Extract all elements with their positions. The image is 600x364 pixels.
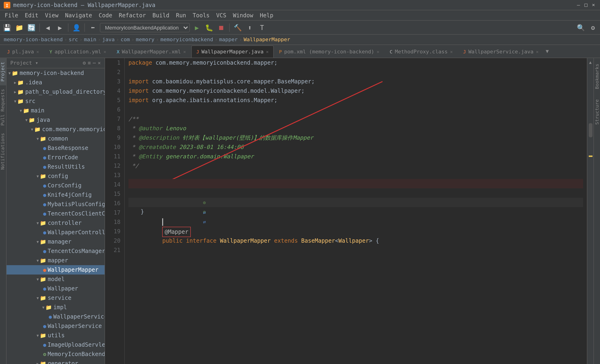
- tree-image-upload[interactable]: ● ImageUploadServlet: [7, 340, 104, 349]
- tree-mapper-folder[interactable]: ▼ 📁 mapper: [7, 256, 104, 265]
- tab-wallpaper-mapper-xml[interactable]: X WallpaperMapper.xml ×: [112, 46, 191, 58]
- maximize-button[interactable]: □: [583, 2, 589, 8]
- tree-model[interactable]: ▼ 📁 model: [7, 274, 104, 284]
- tree-baseresponse[interactable]: ● BaseResponse: [7, 143, 104, 153]
- scrollbar-thumb[interactable]: [589, 123, 592, 137]
- toolbar-back[interactable]: ◀: [43, 22, 53, 33]
- panel-notifications[interactable]: Notifications: [0, 129, 6, 174]
- menu-edit[interactable]: Edit: [22, 11, 41, 19]
- tree-wallpaper-model[interactable]: ● Wallpaper: [7, 284, 104, 293]
- menu-window[interactable]: Window: [230, 11, 256, 19]
- sidebar-icon-close[interactable]: ×: [98, 60, 101, 66]
- gutter-action-icon[interactable]: ⊙: [203, 200, 206, 205]
- menu-view[interactable]: View: [42, 11, 61, 19]
- panel-structure[interactable]: Structure: [593, 96, 600, 128]
- tree-java[interactable]: ▼ 📁 java: [7, 115, 104, 125]
- tree-main[interactable]: ▼ 📁 main: [7, 106, 104, 115]
- menu-vcs[interactable]: VCS: [213, 11, 229, 19]
- panel-bookmarks[interactable]: Bookmarks: [593, 60, 600, 93]
- tab-xml-close[interactable]: ×: [183, 49, 186, 54]
- tree-service[interactable]: ▼ 📁 service: [7, 293, 104, 303]
- toolbar-search[interactable]: 🔍: [576, 22, 586, 33]
- tree-tencent-manager[interactable]: ● TencentCosManager: [7, 246, 104, 256]
- tree-src[interactable]: ▼ 📁 src: [7, 97, 104, 106]
- menu-file[interactable]: File: [2, 11, 21, 19]
- tab-pljava-close[interactable]: ×: [36, 49, 39, 54]
- tree-manager[interactable]: ▼ 📁 manager: [7, 237, 104, 246]
- tree-com-package[interactable]: ▼ 📁 com.memory.memoryiconbackend: [7, 125, 104, 134]
- breadcrumb-part6[interactable]: memory: [136, 36, 154, 43]
- tree-impl[interactable]: ▼ 📁 impl: [7, 303, 104, 312]
- tree-mybatisplus[interactable]: ● MybatisPlusConfig: [7, 200, 104, 209]
- sidebar-icon-settings[interactable]: ⚙: [83, 60, 86, 66]
- menu-navigate[interactable]: Navigate: [62, 11, 95, 19]
- toolbar-nav1[interactable]: ⬅: [88, 22, 98, 33]
- breadcrumb-part4[interactable]: java: [102, 36, 115, 43]
- tree-app-main[interactable]: ⚙ MemoryIconBackendApplication: [7, 349, 104, 359]
- vertical-scrollbar[interactable]: ▲ ▲ 3 ▼: [587, 58, 593, 364]
- scroll-up-arrow[interactable]: ▲: [589, 60, 592, 65]
- tab-proxy-close[interactable]: ×: [450, 49, 453, 54]
- tree-config[interactable]: ▼ 📁 config: [7, 172, 104, 181]
- menu-help[interactable]: Help: [257, 11, 276, 19]
- breadcrumb-part8[interactable]: mapper: [219, 36, 238, 43]
- menu-code[interactable]: Code: [96, 11, 115, 19]
- toolbar-debug[interactable]: 🐛: [204, 22, 214, 33]
- gutter-action-icon2[interactable]: ⇄: [203, 210, 206, 215]
- tab-service-close[interactable]: ×: [536, 49, 539, 54]
- close-button[interactable]: ×: [591, 2, 596, 8]
- sidebar-icon-collapse[interactable]: ≡: [88, 60, 91, 66]
- sidebar-icon-gear[interactable]: ⋯: [93, 60, 96, 66]
- toolbar-gear[interactable]: ⚙: [588, 22, 598, 33]
- tree-wallpaper-mapper[interactable]: ● WallpaperMapper: [7, 265, 104, 274]
- toolbar-translate[interactable]: T: [257, 22, 267, 33]
- menu-tools[interactable]: Tools: [190, 11, 212, 19]
- tab-yml-close[interactable]: ×: [103, 49, 106, 54]
- breadcrumb-part9[interactable]: WallpaperMapper: [244, 36, 290, 43]
- toolbar-refresh[interactable]: 🔄: [26, 22, 37, 33]
- toolbar-build[interactable]: 🔨: [233, 22, 243, 33]
- toolbar-user[interactable]: 👤: [71, 22, 82, 33]
- tree-utils[interactable]: ▼ 📁 utils: [7, 331, 104, 340]
- toolbar-save[interactable]: 💾: [2, 22, 12, 33]
- menu-run[interactable]: Run: [173, 11, 189, 19]
- tab-application-yml[interactable]: Y application.yml ×: [44, 46, 112, 58]
- minimize-button[interactable]: —: [576, 2, 581, 8]
- tree-path-upload[interactable]: ▶ 📁 path_to_upload_directory: [7, 87, 104, 97]
- tree-generator[interactable]: ▶ 📁 generator: [7, 359, 104, 364]
- tab-wallpaper-service[interactable]: J WallpaperService.java ×: [458, 46, 544, 58]
- tree-idea[interactable]: ▶ 📁 .idea: [7, 78, 104, 87]
- tab-wallpaper-mapper-java[interactable]: J WallpaperMapper.java ×: [191, 46, 274, 58]
- toolbar-run[interactable]: ▶: [192, 22, 202, 33]
- breadcrumb-part2[interactable]: src: [69, 36, 78, 43]
- toolbar-save2[interactable]: 📁: [14, 22, 24, 33]
- toolbar-forward[interactable]: ▶: [55, 22, 65, 33]
- menu-build[interactable]: Build: [150, 11, 172, 19]
- panel-pull-requests[interactable]: Pull Requests: [0, 85, 6, 129]
- tab-active-close[interactable]: ×: [266, 49, 269, 54]
- window-controls[interactable]: — □ ×: [576, 2, 596, 8]
- tree-wallpaper-controller[interactable]: ● WallpaperController: [7, 228, 104, 237]
- breadcrumb-part7[interactable]: memoryiconbackend: [160, 36, 213, 43]
- breadcrumb-part1[interactable]: memory-icon-backend: [4, 36, 63, 43]
- toolbar-stop[interactable]: ⏹: [216, 22, 226, 33]
- tree-corsconfig[interactable]: ● CorsConfig: [7, 181, 104, 190]
- menu-refactor[interactable]: Refactor: [116, 11, 149, 19]
- tab-pljava[interactable]: J pl.java ×: [2, 46, 44, 58]
- tree-controller[interactable]: ▼ 📁 controller: [7, 218, 104, 228]
- tree-memory-icon-backend[interactable]: ▼ 📁 memory-icon-backend: [7, 68, 104, 78]
- tree-wallpaper-service-impl[interactable]: ● WallpaperServiceImpl: [7, 312, 104, 321]
- tree-errorcode[interactable]: ● ErrorCode: [7, 153, 104, 162]
- breadcrumb-part3[interactable]: main: [84, 36, 96, 43]
- tree-tencent-cos-config[interactable]: ● TencentCosClientConfig: [7, 209, 104, 218]
- tree-common[interactable]: ▼ 📁 common: [7, 134, 104, 143]
- tab-pom-close[interactable]: ×: [377, 49, 379, 54]
- tab-overflow[interactable]: ▼: [546, 48, 549, 54]
- tree-resultutils[interactable]: ● ResultUtils: [7, 162, 104, 172]
- tab-pom-xml[interactable]: P pom.xml (memory-icon-backend) ×: [274, 46, 384, 58]
- run-config-select[interactable]: MemoryIconBackendApplication: [100, 23, 190, 32]
- tree-wallpaper-service[interactable]: ● WallpaperService: [7, 321, 104, 331]
- code-area[interactable]: package com.memory.memoryiconbackend.map…: [125, 58, 587, 364]
- tab-method-proxy[interactable]: C MethodProxy.class ×: [384, 46, 458, 58]
- panel-project[interactable]: Project: [0, 58, 6, 85]
